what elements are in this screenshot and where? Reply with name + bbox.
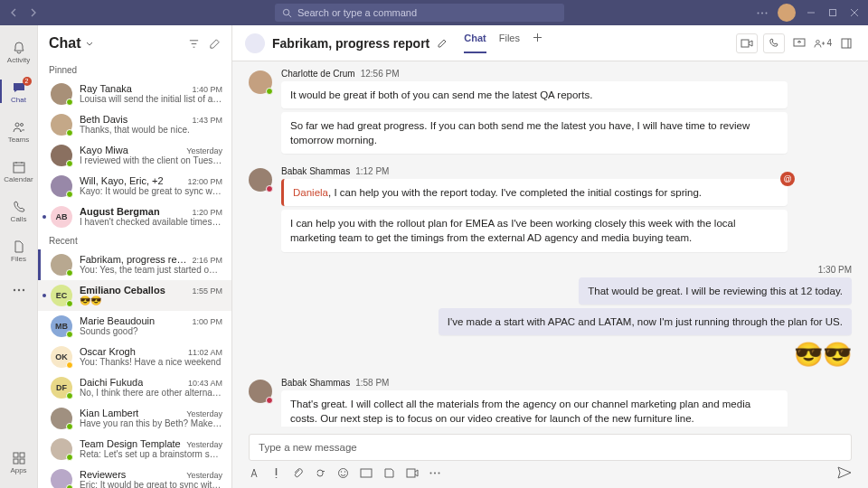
message-bubble[interactable]: That would be great. I will be reviewing… (579, 277, 852, 305)
search-icon (282, 8, 292, 18)
chat-list-item[interactable]: Ray Tanaka1:40 PMLouisa will send the in… (38, 79, 231, 109)
avatar (51, 469, 72, 488)
rail-calendar[interactable]: Calendar (0, 152, 38, 190)
open-pane-icon[interactable] (837, 34, 855, 52)
add-tab-button[interactable] (533, 33, 542, 53)
more-icon[interactable] (756, 6, 769, 19)
message-bubble[interactable]: It would be great if both of you can sen… (281, 81, 788, 108)
nav-forward-button[interactable] (25, 5, 40, 20)
svg-point-1 (758, 12, 760, 14)
avatar (51, 254, 72, 276)
apps-icon (11, 450, 27, 466)
loop-icon[interactable] (315, 467, 326, 479)
chat-list-item[interactable]: Team Design TemplateYesterdayReta: Let's… (38, 434, 231, 465)
chevron-down-icon[interactable] (85, 39, 94, 48)
message-bubble[interactable]: That's great. I will collect all the mat… (281, 390, 788, 427)
priority-icon[interactable] (271, 467, 281, 479)
rail-activity[interactable]: Activity (0, 33, 38, 70)
participants-button[interactable]: 4 (814, 34, 832, 52)
chat-list-item[interactable]: OKOscar Krogh11:02 AMYou: Thanks! Have a… (38, 342, 231, 372)
share-screen-icon[interactable] (790, 34, 808, 52)
chat-item-time: 1:55 PM (192, 286, 222, 296)
message-bubble[interactable]: I've made a start with APAC and LATAM, n… (439, 308, 852, 335)
avatar (51, 438, 72, 460)
nav-back-button[interactable] (7, 5, 22, 20)
chat-list-item[interactable]: DFDaichi Fukuda10:43 AMNo, I think there… (38, 372, 231, 403)
chat-item-time: 1:43 PM (192, 116, 222, 125)
chat-list-item[interactable]: MBMarie Beaudouin1:00 PMSounds good? (38, 311, 231, 342)
svg-point-21 (344, 471, 345, 472)
rail-more[interactable] (0, 271, 38, 309)
svg-rect-4 (830, 10, 836, 16)
avatar: MB (51, 315, 72, 337)
avatar: AB (51, 206, 72, 228)
window-minimize-button[interactable] (805, 6, 817, 19)
emoji-icon[interactable] (337, 467, 349, 479)
chat-list-item[interactable]: ABAugust Bergman1:20 PMI haven't checked… (38, 202, 231, 232)
chat-list-item[interactable]: Fabrikam, progress report2:16 PMYou: Yes… (38, 249, 231, 280)
avatar (51, 114, 72, 136)
rail-files[interactable]: Files (0, 231, 38, 269)
chat-item-time: 1:20 PM (192, 208, 222, 217)
tab-chat[interactable]: Chat (464, 33, 486, 53)
svg-rect-15 (741, 40, 749, 47)
message-group-self: 1:30 PMThat would be great. I will be re… (249, 265, 852, 369)
mention-badge-icon: @ (780, 172, 795, 186)
format-icon[interactable] (249, 467, 260, 479)
user-avatar[interactable] (778, 4, 796, 22)
meet-icon[interactable] (406, 468, 419, 478)
command-search-input[interactable]: Search or type a command (275, 4, 564, 22)
more-composer-icon[interactable] (429, 472, 440, 474)
compose-icon[interactable] (209, 38, 221, 50)
calendar-icon (11, 159, 27, 175)
message-bubble[interactable]: I can help you with the rollout plan for… (281, 210, 788, 251)
svg-rect-11 (14, 453, 18, 457)
mention[interactable]: Daniela (293, 187, 328, 198)
tab-files[interactable]: Files (499, 33, 520, 53)
rail-apps[interactable]: Apps (0, 443, 38, 481)
avatar: OK (51, 346, 72, 368)
chat-item-time: 11:02 AM (188, 348, 222, 357)
video-call-button[interactable] (736, 33, 758, 53)
svg-point-2 (761, 12, 763, 14)
chat-item-time: 1:40 PM (192, 85, 222, 94)
rail-label: Calendar (4, 175, 33, 183)
edit-title-icon[interactable] (437, 38, 448, 49)
audio-call-button[interactable] (763, 33, 785, 53)
chat-item-time: Yesterday (186, 146, 222, 155)
window-close-button[interactable] (848, 6, 861, 19)
chat-list-item[interactable]: Will, Kayo, Eric, +212:00 PMKayo: It wou… (38, 171, 231, 202)
section-recent: Recent (38, 232, 231, 249)
chat-list-item[interactable]: Kayo MiwaYesterdayI reviewed with the cl… (38, 140, 231, 171)
window-maximize-button[interactable] (826, 6, 839, 19)
rail-teams[interactable]: Teams (0, 112, 38, 150)
chat-item-preview: You: Thanks! Have a nice weekend (80, 357, 222, 367)
chat-list-item[interactable]: ECEmiliano Ceballos1:55 PM😎😎 (38, 280, 231, 311)
chat-list-item[interactable]: ReviewersYesterdayEric: It would be grea… (38, 465, 231, 488)
svg-rect-18 (842, 39, 851, 48)
rail-label: Calls (11, 215, 27, 223)
svg-point-25 (434, 472, 436, 474)
chat-list-item[interactable]: Beth Davis1:43 PMThanks, that would be n… (38, 109, 231, 140)
chat-item-name: Daichi Fukuda (80, 377, 143, 388)
rail-calls[interactable]: Calls (0, 192, 38, 230)
chat-icon: 2 (11, 80, 27, 96)
chat-item-time: 12:00 PM (187, 177, 222, 186)
filter-icon[interactable] (188, 38, 200, 50)
message-bubble[interactable]: @Daniela, I can help you with the report… (281, 179, 788, 206)
send-button[interactable] (837, 466, 852, 479)
chat-item-preview: Have you ran this by Beth? Make sure she… (80, 418, 222, 428)
gif-icon[interactable] (360, 468, 373, 478)
svg-point-9 (17, 289, 19, 291)
chat-list-item[interactable]: Kian LambertYesterdayHave you ran this b… (38, 403, 231, 434)
message-meta: Babak Shammas1:12 PM (281, 166, 788, 176)
message-bubble[interactable]: So far we had great progress. If you can… (281, 112, 788, 154)
rail-chat[interactable]: 2 Chat (0, 72, 38, 110)
chat-item-preview: Sounds good? (80, 326, 222, 336)
reactions[interactable]: 😎😎 (794, 341, 852, 369)
chat-item-preview: I haven't checked available times yet (80, 217, 222, 227)
sticker-icon[interactable] (383, 467, 395, 479)
attach-icon[interactable] (292, 467, 304, 479)
message-input[interactable]: Type a new message (249, 434, 852, 461)
svg-point-24 (430, 472, 432, 474)
